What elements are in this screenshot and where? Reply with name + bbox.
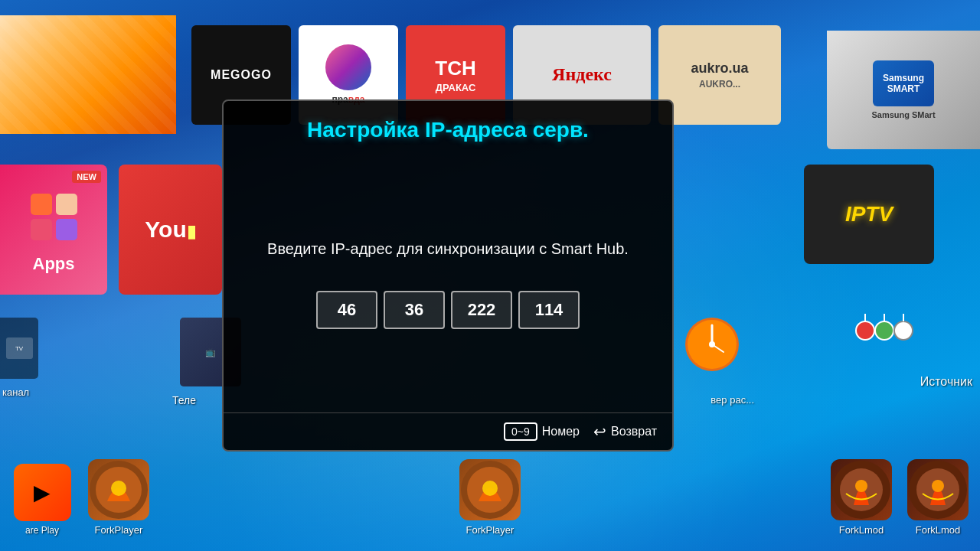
svg-point-7 <box>894 321 913 340</box>
svg-point-13 <box>111 481 126 496</box>
dialog-description: Введите IP-адрес для синхронизации с Sma… <box>267 237 629 260</box>
app-aukro[interactable]: aukro.ua AUKRO... <box>658 25 781 125</box>
forkplayer-2-label: ForkPlayer <box>466 524 514 536</box>
share-play-label: are Play <box>25 525 59 536</box>
ip-settings-dialog: Настройка IP-адреса серв. Введите IP-адр… <box>222 99 674 452</box>
mini-app-3 <box>31 219 52 240</box>
svg-point-5 <box>856 321 874 340</box>
svg-point-22 <box>932 480 944 492</box>
key-badge: 0~9 <box>504 422 537 441</box>
forklmod-2[interactable]: ForkLmod <box>907 459 969 536</box>
forklmod-1-label: ForkLmod <box>839 524 884 536</box>
forkplayer-1[interactable]: ForkPlayer <box>88 459 149 536</box>
tele-label: Теле <box>172 394 196 406</box>
app-aukro-label: aukro.ua <box>691 60 748 77</box>
ip-field-2[interactable]: 36 <box>384 291 445 329</box>
apps-label: Apps <box>33 254 75 274</box>
svg-point-19 <box>855 480 867 492</box>
app-tsn-label: ТСН <box>435 57 475 80</box>
forkplayer-1-label: ForkPlayer <box>95 524 143 536</box>
footer-number-label: Номер <box>542 425 580 439</box>
mini-app-4 <box>56 219 77 240</box>
back-icon: ↩ <box>593 422 606 441</box>
footer-back-label: Возврат <box>611 425 657 439</box>
youtube-app[interactable]: You▮ <box>119 165 222 295</box>
tv-channel-icon[interactable]: TV <box>0 318 38 379</box>
mini-app-1 <box>31 194 52 215</box>
forkplayer-2[interactable]: ForkPlayer <box>459 459 521 536</box>
app-megogo-label: MEGOGO <box>211 68 272 82</box>
dialog-footer: 0~9 Номер ↩ Возврат <box>224 412 672 450</box>
footer-number-hint: 0~9 Номер <box>504 422 580 441</box>
app-tsn-sub: ДРАКАС <box>436 82 476 93</box>
vecher-label: вер рас... <box>710 394 754 406</box>
apps-icon-grid <box>23 186 85 248</box>
source-label: Источник <box>920 375 972 389</box>
app-samsung-label: Samsung SMart <box>871 110 935 119</box>
app-aukro-sub: AUKRO... <box>699 79 740 90</box>
kanal-label: канал <box>2 386 29 398</box>
dialog-body: Введите IP-адрес для синхронизации с Sma… <box>224 154 672 412</box>
iptv-app[interactable]: IPTV <box>804 165 934 264</box>
footer-back-hint: ↩ Возврат <box>593 422 657 441</box>
app-samsung[interactable]: SamsungSMART Samsung SMart <box>827 31 980 149</box>
ip-field-3[interactable]: 222 <box>451 291 512 329</box>
share-play-app[interactable]: ▶ are Play <box>11 464 73 536</box>
ip-field-4[interactable]: 114 <box>518 291 580 329</box>
svg-point-4 <box>709 341 715 347</box>
dialog-title: Настройка IP-адреса серв. <box>224 101 672 154</box>
app-yandex-label: Яндекс <box>552 64 612 85</box>
forklmod-2-label: ForkLmod <box>916 524 961 536</box>
mini-app-2 <box>56 194 77 215</box>
youtube-label: You▮ <box>145 217 195 243</box>
ip-field-1[interactable]: 46 <box>316 291 377 329</box>
apps-panel[interactable]: NEW Apps <box>0 165 107 295</box>
bottom-apps-row: ▶ are Play ForkPlayer ForkPlayer <box>0 459 980 536</box>
ip-address-inputs: 46 36 222 114 <box>316 291 580 329</box>
av-icon <box>850 306 919 356</box>
new-badge: NEW <box>72 171 101 183</box>
svg-point-6 <box>875 321 893 340</box>
clock-icon <box>681 314 743 375</box>
forklmod-1[interactable]: ForkLmod <box>831 459 892 536</box>
svg-point-16 <box>482 481 498 496</box>
iptv-label: IPTV <box>845 202 893 227</box>
